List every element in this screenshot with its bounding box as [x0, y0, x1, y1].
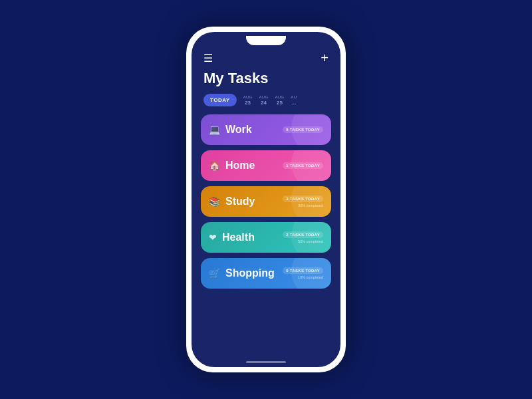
date-day: …	[291, 100, 297, 106]
date-month: AU	[291, 95, 297, 99]
task-right: 0 TASKS today10% completed	[283, 267, 323, 279]
task-card-home[interactable]: 🏠Home1 TASKS today	[201, 150, 331, 181]
date-aug24[interactable]: AUG 24	[259, 95, 269, 106]
notch-bar	[192, 32, 340, 48]
date-aug23[interactable]: AUG 23	[243, 95, 253, 106]
date-day: 24	[261, 100, 267, 106]
task-right: 3 TASKS today30% completed	[283, 196, 323, 207]
task-progress: 10% completed	[298, 275, 323, 279]
task-card-health[interactable]: ❤Health2 TASKS today50% completed	[201, 222, 331, 253]
task-right: 1 TASKS today	[283, 162, 323, 169]
phone-screen: ☰ + My Tasks TODAY AUG 23 AUG 24 AUG 25 …	[192, 32, 340, 367]
study-icon: 📚	[209, 196, 220, 207]
home-indicator	[192, 358, 340, 367]
date-aug25[interactable]: AUG 25	[275, 95, 284, 106]
task-left: 🏠Home	[209, 160, 255, 172]
date-day: 25	[277, 100, 283, 106]
task-name: Study	[225, 196, 255, 207]
task-card-work[interactable]: 💻Work8 TASKS today	[201, 114, 331, 145]
date-strip: TODAY AUG 23 AUG 24 AUG 25 AU …	[192, 94, 340, 114]
task-left: ❤Health	[209, 231, 255, 243]
task-name: Work	[225, 124, 252, 136]
task-left: 📚Study	[209, 196, 255, 207]
date-month: AUG	[259, 95, 269, 99]
date-month: AUG	[243, 95, 253, 99]
tasks-list: 💻Work8 TASKS today🏠Home1 TASKS today📚Stu…	[192, 114, 340, 358]
task-name: Health	[222, 231, 255, 243]
add-button[interactable]: +	[321, 51, 329, 66]
work-icon: 💻	[209, 124, 220, 135]
task-count: 2 TASKS today	[283, 231, 323, 238]
shopping-icon: 🛒	[209, 268, 220, 279]
today-button[interactable]: TODAY	[203, 94, 237, 106]
home-icon: 🏠	[209, 160, 220, 171]
task-progress: 50% completed	[298, 239, 323, 243]
task-count: 0 TASKS today	[283, 267, 323, 274]
date-month: AUG	[275, 95, 284, 99]
task-left: 🛒Shopping	[209, 267, 275, 279]
task-right: 8 TASKS today	[283, 126, 323, 133]
task-count: 1 TASKS today	[283, 162, 323, 169]
task-count: 3 TASKS today	[283, 196, 323, 202]
task-left: 💻Work	[209, 124, 252, 136]
task-name: Home	[225, 160, 255, 172]
date-aug26[interactable]: AU …	[291, 95, 297, 106]
menu-icon[interactable]: ☰	[203, 52, 213, 65]
home-bar	[246, 361, 286, 363]
task-right: 2 TASKS today50% completed	[283, 231, 323, 243]
health-icon: ❤	[209, 232, 217, 243]
phone-frame: ☰ + My Tasks TODAY AUG 23 AUG 24 AUG 25 …	[186, 27, 346, 372]
task-card-study[interactable]: 📚Study3 TASKS today30% completed	[201, 186, 331, 217]
task-count: 8 TASKS today	[283, 126, 323, 133]
notch	[246, 36, 286, 45]
task-progress: 30% completed	[298, 203, 323, 207]
date-day: 23	[245, 100, 251, 106]
app-header: ☰ +	[192, 48, 340, 70]
task-card-shopping[interactable]: 🛒Shopping0 TASKS today10% completed	[201, 258, 331, 289]
task-name: Shopping	[225, 267, 275, 279]
page-title: My Tasks	[192, 70, 340, 94]
